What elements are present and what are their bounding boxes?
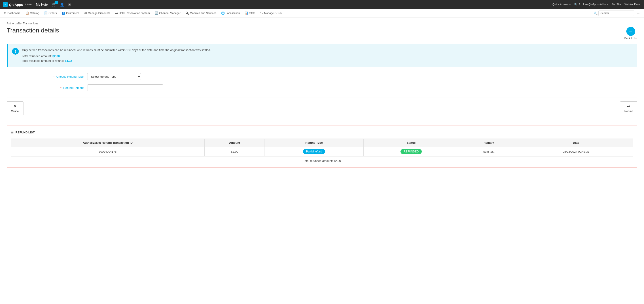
version-label: 1.6.0.0: [25, 3, 32, 6]
breadcrumb: AuthorizeNet Transactions: [7, 22, 637, 25]
required-star-1: *: [54, 75, 54, 79]
cell-remark: som text: [459, 147, 519, 156]
refund-list-title: REFUND LIST: [16, 131, 35, 134]
col-date: Date: [519, 139, 633, 147]
total-refunded-value: $2.00: [52, 54, 60, 58]
col-status: Status: [364, 139, 459, 147]
page-title: Transaction details: [7, 27, 59, 34]
partial-refund-badge: Partial refund: [303, 149, 325, 154]
mail-icon[interactable]: ✉: [68, 3, 71, 7]
logo-name: QloApps: [9, 3, 23, 7]
cancel-button[interactable]: ✕ Cancel: [7, 101, 24, 115]
orders-icon: 📄: [44, 12, 48, 15]
customers-icon: 👥: [62, 12, 65, 15]
remark-label: * Refund Remark: [42, 86, 87, 90]
quick-access-button[interactable]: Quick Access ▾: [552, 3, 571, 6]
nav-customers-label: Customers: [66, 12, 79, 15]
total-refunded-label: Total refunded amount:: [22, 54, 52, 58]
cell-transaction-id: 80024004175: [11, 147, 204, 156]
nav-catalog[interactable]: 📋 Catalog: [23, 10, 41, 16]
explore-button[interactable]: 🔍 Explore QloApps Addons: [574, 3, 608, 6]
nav-manage-discounts-label: Manage Discounts: [88, 12, 110, 15]
refund-type-select[interactable]: Select Refund Type Full Refund Partial R…: [87, 73, 141, 80]
nav-modules-label: Modules and Services: [190, 12, 216, 15]
available-value: $4.22: [65, 59, 72, 63]
table-body: 80024004175 $2.00 Partial refund REFUNDE…: [11, 147, 633, 156]
navbar: ⊞ Dashboard 📋 Catalog 📄 Orders 👥 Custome…: [0, 9, 644, 18]
remark-input[interactable]: [87, 84, 163, 91]
nav-gdpr-label: Manage GDPR: [264, 12, 282, 15]
topbar: ✓ QloApps 1.6.0.0 My Hotel 🛒 21 👤 ✉ Quic…: [0, 0, 644, 9]
info-text: Only settled transactions can be refunde…: [22, 48, 211, 63]
available-label: Total available amount to refund:: [22, 59, 64, 63]
navbar-search: 🔍 ⋯: [594, 10, 642, 16]
nav-customers[interactable]: 👥 Customers: [60, 10, 82, 16]
stats-icon: 📊: [245, 12, 248, 15]
logo[interactable]: ✓ QloApps 1.6.0.0: [3, 2, 32, 7]
nav-orders[interactable]: 📄 Orders: [42, 10, 59, 16]
cancel-label: Cancel: [11, 110, 19, 113]
breadcrumb-text: AuthorizeNet Transactions: [7, 22, 38, 25]
cell-date: 08/23/2024 00:48:37: [519, 147, 633, 156]
modules-icon: 🔌: [185, 12, 189, 15]
more-menu-button[interactable]: ⋯: [635, 10, 642, 16]
logo-icon: ✓: [3, 2, 8, 7]
refunded-badge: REFUNDED: [400, 149, 422, 154]
quick-access-label: Quick Access: [552, 3, 568, 6]
hotel-icon: 🛏: [115, 12, 118, 15]
nav-gdpr[interactable]: 🛡 Manage GDPR: [258, 10, 284, 16]
nav-modules[interactable]: 🔌 Modules and Services: [183, 10, 218, 16]
form-section: * Choose Refund Type Select Refund Type …: [7, 73, 637, 91]
back-to-list-label: Back to list: [624, 37, 637, 40]
my-site-link[interactable]: My Site: [612, 3, 621, 6]
refund-button[interactable]: ↩ Refund: [620, 101, 637, 115]
catalog-icon: 📋: [26, 12, 29, 15]
cell-amount: $2.00: [204, 147, 265, 156]
col-transaction-id: AuthorizeNet Refund Transaction ID: [11, 139, 204, 147]
webkul-demo-button[interactable]: Webkul Demo: [624, 3, 641, 6]
cart-badge: 21: [54, 1, 58, 4]
action-bar: ✕ Cancel ↩ Refund: [7, 98, 637, 119]
nav-stats[interactable]: 📊 Stats: [242, 10, 258, 16]
table-row: 80024004175 $2.00 Partial refund REFUNDE…: [11, 147, 633, 156]
explore-icon: 🔍: [574, 3, 578, 6]
cancel-icon: ✕: [14, 104, 17, 109]
refund-total: Total refunded amount: $2.00: [11, 159, 633, 163]
nav-stats-label: Stats: [249, 12, 255, 15]
nav-hotel-reservation[interactable]: 🛏 Hotel Reservation System: [113, 10, 152, 16]
nav-hotel-label: Hotel Reservation System: [119, 12, 150, 15]
nav-localization[interactable]: 🌐 Localization: [219, 10, 242, 16]
info-box: ? Only settled transactions can be refun…: [7, 44, 637, 67]
search-input[interactable]: [598, 11, 634, 16]
main-content: AuthorizeNet Transactions Transaction de…: [0, 18, 644, 304]
refund-label: Refund: [624, 110, 633, 113]
cart-button[interactable]: 🛒 21: [52, 3, 56, 7]
nav-dashboard-label: Dashboard: [8, 12, 20, 15]
explore-label: Explore QloApps Addons: [578, 3, 608, 6]
user-icon[interactable]: 👤: [60, 3, 64, 7]
hotel-name[interactable]: My Hotel: [36, 3, 48, 6]
quick-access-chevron: ▾: [569, 3, 571, 6]
nav-dashboard[interactable]: ⊞ Dashboard: [2, 10, 23, 16]
gdpr-icon: 🛡: [260, 12, 263, 15]
cell-status: REFUNDED: [364, 147, 459, 156]
nav-channel-label: Channel Manager: [159, 12, 180, 15]
table-head: AuthorizeNet Refund Transaction ID Amoun…: [11, 139, 633, 147]
cell-refund-type: Partial refund: [265, 147, 364, 156]
channel-icon: 🔄: [155, 12, 158, 15]
page-header: Transaction details ← Back to list: [7, 27, 637, 40]
remark-row: * Refund Remark: [7, 84, 637, 91]
col-remark: Remark: [459, 139, 519, 147]
localization-icon: 🌐: [221, 12, 225, 15]
back-to-list-button[interactable]: ← Back to list: [624, 27, 637, 40]
nav-catalog-label: Catalog: [30, 12, 39, 15]
discounts-icon: 🏷: [84, 12, 87, 15]
list-icon: ☰: [11, 131, 14, 134]
col-amount: Amount: [204, 139, 265, 147]
search-icon: 🔍: [594, 12, 598, 15]
nav-manage-discounts[interactable]: 🏷 Manage Discounts: [82, 10, 112, 16]
back-arrow-icon: ←: [626, 27, 635, 36]
info-icon: ?: [12, 48, 19, 55]
topbar-right: 🔍 Explore QloApps Addons My Site Webkul …: [574, 3, 641, 6]
nav-channel-manager[interactable]: 🔄 Channel Manager: [152, 10, 183, 16]
